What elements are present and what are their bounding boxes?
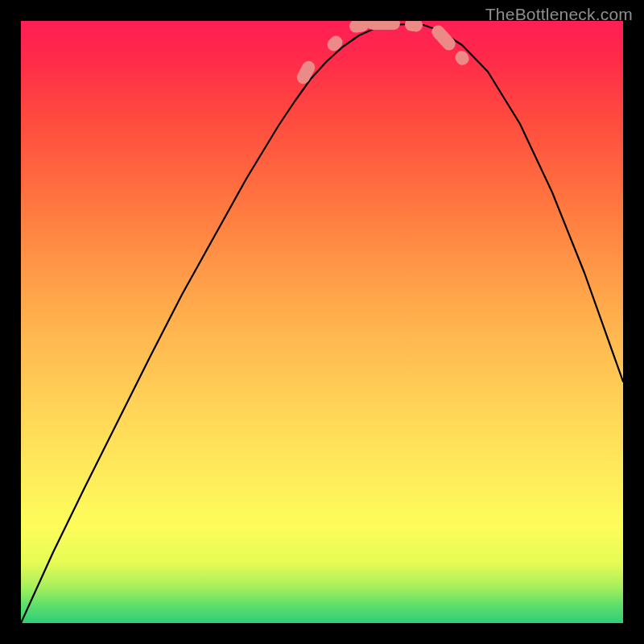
marker-pill-3 (366, 21, 400, 30)
bottleneck-curve (21, 24, 623, 623)
marker-pill-1 (324, 33, 345, 53)
marker-pill-0 (295, 59, 317, 86)
marker-pill-5 (429, 23, 458, 52)
chart-stage: TheBottleneck.com (0, 0, 644, 644)
chart-svg (21, 21, 623, 623)
marker-pill-4 (404, 21, 423, 32)
marker-pill-group (295, 21, 472, 86)
plot-area (21, 21, 623, 623)
